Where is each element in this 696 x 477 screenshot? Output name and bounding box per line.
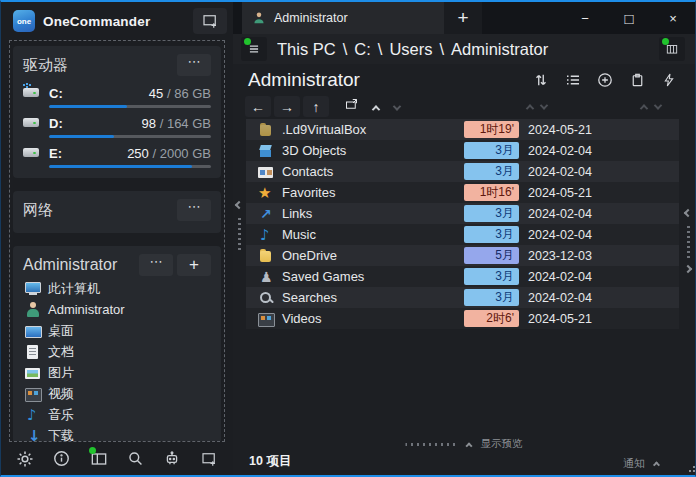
status-green-dot xyxy=(662,38,669,45)
folder-history-button[interactable] xyxy=(338,96,364,117)
drives-menu-button[interactable]: ⋯ xyxy=(177,54,211,76)
minimize-button[interactable]: − xyxy=(563,2,607,34)
pane-splitter-right[interactable] xyxy=(682,210,694,272)
close-button[interactable]: × xyxy=(651,2,695,34)
file-row[interactable]: Searches 3月 2024-02-04 xyxy=(246,287,679,308)
file-row[interactable]: .Ld9VirtualBox 1时19' 2024-05-21 xyxy=(246,119,679,140)
breadcrumb-segment[interactable]: C: xyxy=(354,40,371,59)
file-date: 2024-02-04 xyxy=(528,270,592,284)
path-bar: This PC\C:\Users\Administrator xyxy=(233,34,695,64)
file-row[interactable]: Links 3月 2024-02-04 xyxy=(246,203,679,224)
pane-title: Administrator xyxy=(248,69,527,91)
drive-icon xyxy=(23,115,39,131)
breadcrumb-segment[interactable]: Users xyxy=(389,40,432,59)
new-window-bottom-button[interactable] xyxy=(193,445,225,472)
age-column-sort[interactable] xyxy=(527,104,547,110)
file-name: 3D Objects xyxy=(282,143,464,158)
user-menu-button[interactable]: ⋯ xyxy=(139,254,173,276)
chevron-down-icon xyxy=(654,101,662,109)
tree-item[interactable]: Administrator xyxy=(23,299,211,320)
up-button[interactable]: ↑ xyxy=(303,96,329,117)
tree-item-label: 此计算机 xyxy=(48,280,100,298)
breadcrumb-separator: \ xyxy=(439,40,444,59)
new-window-button[interactable] xyxy=(193,8,227,34)
sort-button[interactable] xyxy=(527,68,555,92)
item-count: 10 项目 xyxy=(249,453,291,470)
app-titlebar[interactable]: one OneCommander xyxy=(1,2,233,40)
actions-button[interactable] xyxy=(655,68,683,92)
network-menu-button[interactable]: ⋯ xyxy=(177,199,211,221)
info-button[interactable] xyxy=(46,445,78,472)
forward-button[interactable]: → xyxy=(274,96,300,117)
drive-usage-bar xyxy=(49,165,211,168)
notifications-label: 通知 xyxy=(623,456,645,471)
system-marker-icon xyxy=(23,84,25,86)
tree-item[interactable]: 桌面 xyxy=(23,320,211,341)
list-view-icon xyxy=(564,71,582,89)
navigation-row: ← → ↑ xyxy=(233,95,695,118)
file-name: Saved Games xyxy=(282,269,464,284)
back-button[interactable]: ← xyxy=(245,96,271,117)
file-row[interactable]: Favorites 1时16' 2024-05-21 xyxy=(246,182,679,203)
file-name: Contacts xyxy=(282,164,464,179)
tree-item-label: 视频 xyxy=(48,385,74,403)
columns-view-button[interactable] xyxy=(659,37,685,61)
drive-icon xyxy=(23,85,39,101)
settings-button[interactable] xyxy=(9,445,41,472)
scroll-up-button[interactable] xyxy=(367,98,385,116)
pane-splitter-left[interactable] xyxy=(233,202,245,250)
desktop-icon xyxy=(25,323,41,339)
layout-button[interactable] xyxy=(83,445,115,472)
app-logo-text: one xyxy=(17,17,31,26)
view-mode-button[interactable] xyxy=(559,68,587,92)
paste-button[interactable] xyxy=(623,68,651,92)
scroll-down-button[interactable] xyxy=(388,98,406,116)
file-row[interactable]: Contacts 3月 2024-02-04 xyxy=(246,161,679,182)
file-row[interactable]: Videos 2时6' 2024-05-21 xyxy=(246,308,679,329)
tree-item[interactable]: 文档 xyxy=(23,341,211,362)
tree-item[interactable]: 音乐 xyxy=(23,404,211,425)
tree-item[interactable]: 下载 xyxy=(23,425,211,442)
titlebar-drag-area[interactable] xyxy=(482,2,563,34)
chevron-down-icon xyxy=(393,102,401,110)
file-row[interactable]: 3D Objects 3月 2024-02-04 xyxy=(246,140,679,161)
new-tab-button[interactable]: + xyxy=(444,2,482,34)
videos-icon xyxy=(25,386,41,402)
automation-button[interactable] xyxy=(156,445,188,472)
file-row[interactable]: Saved Games 3月 2024-02-04 xyxy=(246,266,679,287)
drive-item[interactable]: D: 98 / 164 GB xyxy=(23,115,211,138)
breadcrumb-segment[interactable]: Administrator xyxy=(451,40,548,59)
tree-item[interactable]: 图片 xyxy=(23,362,211,383)
search-button[interactable] xyxy=(119,445,151,472)
drive-space: 45 / 86 GB xyxy=(63,86,211,101)
tree-item[interactable]: 此计算机 xyxy=(23,278,211,299)
sidebar-toolbar xyxy=(1,442,233,475)
drive-space: 98 / 164 GB xyxy=(63,116,211,131)
window-plus-icon xyxy=(200,12,220,30)
file-name: Music xyxy=(282,227,464,242)
network-section-title: 网络 xyxy=(23,201,173,220)
file-row[interactable]: Music 3月 2024-02-04 xyxy=(246,224,679,245)
file-date: 2024-05-21 xyxy=(528,123,592,137)
maximize-button[interactable]: □ xyxy=(607,2,651,34)
folder-icon xyxy=(258,248,274,264)
file-row[interactable]: OneDrive 5月 2023-12-03 xyxy=(246,245,679,266)
date-column-sort[interactable] xyxy=(641,104,661,110)
drive-item[interactable]: C: 45 / 86 GB xyxy=(23,85,211,108)
file-age-badge: 2时6' xyxy=(464,310,519,327)
chevron-left-icon xyxy=(684,209,692,217)
tree-item[interactable]: 视频 xyxy=(23,383,211,404)
file-age-badge: 3月 xyxy=(464,163,519,180)
file-date: 2024-05-21 xyxy=(528,186,592,200)
chevron-up-icon xyxy=(372,105,380,113)
new-item-button[interactable] xyxy=(591,68,619,92)
notifications-toggle[interactable]: 通知 xyxy=(623,456,659,471)
breadcrumb-segment[interactable]: This PC xyxy=(277,40,336,59)
pane-menu-button[interactable] xyxy=(241,37,267,61)
tab-administrator[interactable]: Administrator xyxy=(242,2,444,34)
user-add-button[interactable]: + xyxy=(177,254,211,276)
resize-grip-icon[interactable] xyxy=(689,470,691,472)
folder-up-icon xyxy=(343,97,360,112)
drive-item[interactable]: E: 250 / 2000 GB xyxy=(23,145,211,168)
preview-toggle[interactable]: 显示预览 xyxy=(406,437,523,451)
